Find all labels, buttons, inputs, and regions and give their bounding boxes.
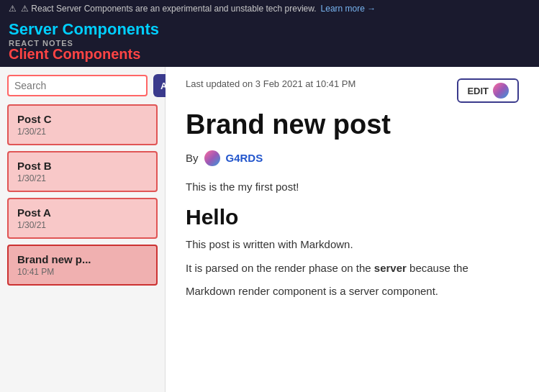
search-input[interactable] xyxy=(7,75,148,96)
edit-button[interactable]: EDIT xyxy=(457,78,519,103)
body-line1: This is the my first post! xyxy=(186,179,519,196)
list-item[interactable]: Post C 1/30/21 xyxy=(7,104,158,145)
post-item-date: 10:41 PM xyxy=(17,267,148,277)
post-item-title: Brand new p... xyxy=(17,253,148,265)
post-header-row: Last updated on 3 Feb 2021 at 10:41 PM E… xyxy=(186,78,519,103)
search-add-row: ADD xyxy=(7,74,158,97)
main-layout: ADD Post C 1/30/21 Post B 1/30/21 Post A… xyxy=(0,67,539,392)
app-title-block: Server Components REACT NOTES Client Com… xyxy=(9,17,530,63)
warning-icon: ⚠ xyxy=(9,4,17,14)
list-item[interactable]: Post B 1/30/21 xyxy=(7,151,158,192)
post-author: By G4RDS xyxy=(186,150,519,166)
post-item-date: 1/30/21 xyxy=(17,127,148,137)
post-list: Post C 1/30/21 Post B 1/30/21 Post A 1/3… xyxy=(7,104,158,291)
author-link[interactable]: G4RDS xyxy=(226,152,263,164)
main-content: Last updated on 3 Feb 2021 at 10:41 PM E… xyxy=(166,67,539,392)
section-heading: Hello xyxy=(186,205,519,229)
edit-avatar-icon xyxy=(493,83,509,99)
post-title: Brand new post xyxy=(186,109,519,142)
body-line3-before: It is parsed on the render phase on the xyxy=(186,262,374,274)
body-line3-after: because the xyxy=(407,262,468,274)
list-item[interactable]: Post A 1/30/21 xyxy=(7,198,158,239)
edit-label: EDIT xyxy=(467,86,489,96)
banner-text: ⚠ React Server Components are an experim… xyxy=(21,4,317,14)
author-by-label: By xyxy=(186,152,199,164)
post-item-title: Post A xyxy=(17,206,148,219)
learn-more-link[interactable]: Learn more → xyxy=(321,4,376,14)
body-line2: This post is written with Markdown. xyxy=(186,237,519,253)
client-label: Client Components xyxy=(9,46,530,63)
sidebar: ADD Post C 1/30/21 Post B 1/30/21 Post A… xyxy=(0,67,166,392)
post-item-date: 1/30/21 xyxy=(17,173,148,183)
body-line3-bold: server xyxy=(374,262,407,274)
top-banner: ⚠ ⚠ React Server Components are an exper… xyxy=(0,0,539,17)
app-title: Server Components xyxy=(9,20,530,39)
post-item-date: 1/30/21 xyxy=(17,220,148,230)
body-line4: Markdown render component is a server co… xyxy=(186,283,519,300)
list-item[interactable]: Brand new p... 10:41 PM xyxy=(7,245,158,286)
header-wrapper: Server Components REACT NOTES Client Com… xyxy=(0,17,539,67)
body-line3: It is parsed on the render phase on the … xyxy=(186,260,519,277)
post-body: This is the my first post! Hello This po… xyxy=(186,179,519,300)
last-updated: Last updated on 3 Feb 2021 at 10:41 PM xyxy=(186,78,355,89)
post-item-title: Post C xyxy=(17,113,148,125)
post-item-title: Post B xyxy=(17,160,148,172)
author-avatar-icon xyxy=(204,150,220,166)
